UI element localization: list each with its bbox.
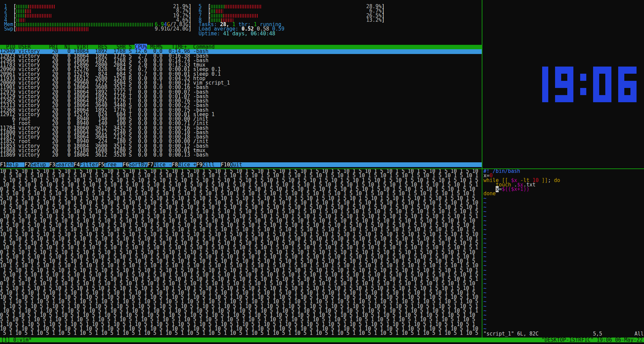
fkey-f5[interactable]: F5 <box>98 162 104 167</box>
bracket: [ <box>13 27 16 31</box>
vim-empty-line: ~ <box>483 300 644 304</box>
meter-3: 3[19.7%] <box>4 14 191 18</box>
fkey-label[interactable]: Help <box>6 162 24 167</box>
meter-ticks-red <box>221 18 234 22</box>
tmux-hostname-clock: "DESKTOP-1STRFIC" 19:06 06-May-22 <box>541 338 644 342</box>
vim-empty-line: ~ <box>483 237 644 241</box>
text-segment: = <box>499 186 502 192</box>
fkey-label[interactable]: Search <box>55 162 74 167</box>
meter-bar: 6.7%] <box>211 9 385 13</box>
clock-digit <box>555 67 573 102</box>
meter-ticks-green <box>211 5 225 8</box>
meter-bar: 26.5%] <box>211 14 385 18</box>
clock-pane[interactable] <box>482 0 644 168</box>
vim-empty-line: ~ <box>483 232 644 237</box>
bracket: ] <box>188 26 191 32</box>
htop-function-key-bar: F1Help F2Setup F3SearchF4FilterF5Tree F6… <box>0 162 482 167</box>
text-segment: 13.2% <box>366 17 382 23</box>
meter-value: 9.91G/24.0G] <box>155 27 191 31</box>
tmux-window-list[interactable]: [1] 0:vim* <box>0 338 32 342</box>
table-row[interactable]: 11869 victory 20 0 18064 3612 3520 S 0.0… <box>0 153 482 157</box>
vim-code-line: done <box>483 192 644 196</box>
cpu-memory-meters-left: 1[21.9%]2[8.7%]3[19.7%]4[4.6%]Mem[6.94G/… <box>4 4 191 32</box>
vim-empty-line: ~ <box>483 246 644 250</box>
fkey-f9[interactable]: F9 <box>196 162 202 167</box>
vim-status-line: "script_1" 6L, 82C 5,5 All <box>483 332 644 336</box>
numbers-output-pane[interactable]: 10 1 5 10 1 5 10 1 5 10 1 5 10 1 5 10 1 … <box>0 169 482 338</box>
meter-5: 5[28.9%] <box>199 4 385 9</box>
clock-digit <box>618 67 637 102</box>
vim-empty-line: ~ <box>483 286 644 291</box>
vim-pane[interactable]: #! /bin/bashx=0while [[ $x -lt 10 ]]; do… <box>482 169 644 338</box>
fkey-label[interactable]: Nice + <box>178 162 196 167</box>
vim-empty-line: ~ <box>483 196 644 201</box>
meter-bar: 19.7%] <box>16 14 191 18</box>
htop-pane[interactable]: 1[21.9%]2[8.7%]3[19.7%]4[4.6%]Mem[6.94G/… <box>0 0 482 168</box>
process-rows: 12949 victory 20 0 18064 1892 1768 S 12.… <box>0 49 482 157</box>
vim-empty-line: ~ <box>483 322 644 327</box>
vim-empty-line: ~ <box>483 282 644 286</box>
tmux-horizontal-pane-border[interactable] <box>0 168 644 169</box>
clock-digit <box>593 67 611 102</box>
fkey-label[interactable]: Quit <box>230 162 242 167</box>
fkey-label[interactable]: SortBy <box>129 162 147 167</box>
fkey-f3[interactable]: F3 <box>49 162 55 167</box>
vim-empty-line: ~ <box>483 201 644 205</box>
vim-empty-line: ~ <box>483 250 644 255</box>
meter-value: 13.2%] <box>366 18 385 22</box>
tmux-status-bar: [1] 0:vim* "DESKTOP-1STRFIC" 19:06 06-Ma… <box>0 338 644 342</box>
text-segment: 41 days, 06:40:48 <box>223 32 275 36</box>
meter-ticks-green <box>211 14 223 18</box>
meter-bar: 21.9%] <box>16 4 191 9</box>
clock-colon <box>580 67 586 102</box>
meter-ticks-red <box>20 18 25 22</box>
vim-empty-line: ~ <box>483 273 644 277</box>
text-segment: $(($x+1)) <box>502 186 529 192</box>
meter-ticks-red <box>223 14 258 18</box>
fkey-label[interactable]: Tree <box>104 162 123 167</box>
vim-empty-line: ~ <box>483 277 644 282</box>
meter-bar: 9.91G/24.0G] <box>16 27 191 31</box>
fkey-f1[interactable]: F1 <box>0 162 6 167</box>
vim-empty-line: ~ <box>483 259 644 264</box>
vim-code-line: #! /bin/bash <box>483 169 644 174</box>
vim-empty-line: ~ <box>483 205 644 210</box>
fkey-f8[interactable]: F8 <box>172 162 178 167</box>
text-segment: ]] <box>542 177 548 183</box>
meter-ticks-red <box>25 14 51 18</box>
meter-2: 2[8.7%] <box>4 9 191 13</box>
cpu-meters-right: 5[28.9%]6[6.7%]7[26.5%]8[13.2%]Tasks: 28… <box>199 4 385 36</box>
meter-ticks-red <box>216 9 223 13</box>
meter-label: Swp <box>4 27 13 31</box>
fkey-label[interactable]: Filter <box>80 162 98 167</box>
vim-empty-line: ~ <box>483 327 644 331</box>
meter-ticks-red <box>29 5 55 8</box>
bracket: ] <box>382 17 385 23</box>
process-table[interactable]: PID USER PRI NI VIRT RES SHR S CPU% MEM%… <box>0 45 482 157</box>
vim-empty-line: ~ <box>483 228 644 232</box>
meter-ticks-green <box>16 9 25 13</box>
fkey-f6[interactable]: F6 <box>123 162 129 167</box>
fkey-f4[interactable]: F4 <box>74 162 80 167</box>
vim-buffer: #! /bin/bashx=0while [[ $x -lt 10 ]]; do… <box>483 169 644 331</box>
meter-bar: 13.2%] <box>211 18 385 22</box>
fkey-f10[interactable]: F10 <box>221 162 230 167</box>
vim-scroll-indicator: All <box>634 332 644 336</box>
meter-ticks-green <box>211 18 221 22</box>
fkey-label[interactable]: Setup <box>31 162 49 167</box>
text-segment <box>539 177 542 183</box>
fkey-label[interactable]: Kill <box>202 162 221 167</box>
vim-empty-line: ~ <box>483 268 644 273</box>
fkey-f2[interactable]: F2 <box>24 162 31 167</box>
meter-swp: Swp[9.91G/24.0G] <box>4 27 191 31</box>
vim-empty-line: ~ <box>483 219 644 223</box>
meter-ticks-green <box>16 18 20 22</box>
meter-1: 1[21.9%] <box>4 4 191 9</box>
meter-ticks-green <box>16 23 153 26</box>
vim-empty-line: ~ <box>483 318 644 322</box>
vim-empty-line: ~ <box>483 241 644 246</box>
vim-empty-line: ~ <box>483 264 644 268</box>
fkey-label[interactable]: Nice - <box>153 162 172 167</box>
fkey-f7[interactable]: F7 <box>147 162 153 167</box>
vim-empty-line: ~ <box>483 291 644 295</box>
